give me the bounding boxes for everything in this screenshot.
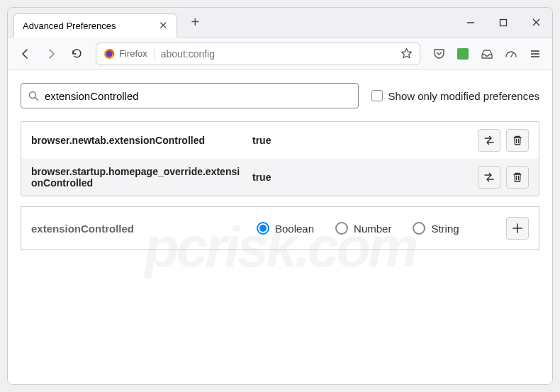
show-modified-checkbox[interactable]: Show only modified preferences <box>371 90 539 102</box>
pref-actions <box>478 166 529 189</box>
radio-icon <box>257 222 269 235</box>
identity-label: Firefox <box>119 48 147 59</box>
reload-button[interactable] <box>65 42 89 66</box>
trash-icon <box>512 135 523 146</box>
url-bar[interactable]: Firefox about:config <box>96 43 420 65</box>
pref-value: true <box>252 172 469 183</box>
add-button[interactable] <box>506 217 529 240</box>
page-content: pcrisk.com Show only modified preference… <box>8 70 552 384</box>
radio-icon <box>335 222 348 235</box>
extension-icon[interactable] <box>452 43 474 65</box>
search-icon <box>28 91 39 101</box>
firefox-icon <box>103 48 115 60</box>
toggle-button[interactable] <box>478 129 500 152</box>
inbox-icon[interactable] <box>476 43 498 65</box>
delete-button[interactable] <box>506 166 529 189</box>
pref-actions <box>478 129 529 152</box>
toggle-icon <box>483 134 495 147</box>
pref-row: browser.startup.homepage_override.extens… <box>21 159 539 196</box>
browser-tab[interactable]: Advanced Preferences ✕ <box>13 13 177 38</box>
svg-line-11 <box>35 97 38 100</box>
pref-value: true <box>252 135 469 146</box>
svg-rect-1 <box>500 19 507 26</box>
new-pref-row: extensionControlled Boolean Number Strin… <box>21 206 539 250</box>
nav-toolbar: Firefox about:config <box>8 38 552 70</box>
browser-window: Advanced Preferences ✕ + <box>7 7 553 385</box>
trash-icon <box>512 172 523 183</box>
maximize-button[interactable] <box>487 8 520 38</box>
dashboard-icon[interactable] <box>500 43 522 65</box>
close-window-button[interactable] <box>520 8 552 38</box>
bookmark-star-icon[interactable] <box>401 47 413 60</box>
toggle-button[interactable] <box>478 166 500 189</box>
plus-icon <box>512 223 523 234</box>
radio-label: String <box>431 223 459 235</box>
back-button[interactable] <box>13 42 38 66</box>
radio-boolean[interactable]: Boolean <box>257 222 314 235</box>
new-tab-button[interactable]: + <box>186 11 206 33</box>
search-box[interactable] <box>21 83 359 108</box>
delete-button[interactable] <box>506 129 529 152</box>
window-controls <box>454 8 552 38</box>
svg-line-6 <box>511 53 513 57</box>
forward-button[interactable] <box>39 42 63 66</box>
identity-box[interactable]: Firefox <box>103 48 155 60</box>
new-pref-name: extensionControlled <box>31 223 244 235</box>
tab-title: Advanced Preferences <box>23 21 116 31</box>
search-input[interactable] <box>45 90 351 102</box>
svg-point-5 <box>106 50 113 57</box>
pref-row: browser.newtab.extensionControlled true <box>21 122 539 159</box>
pref-name: browser.startup.homepage_override.extens… <box>31 166 244 189</box>
radio-label: Number <box>354 223 391 235</box>
radio-icon <box>413 222 425 235</box>
radio-string[interactable]: String <box>413 222 459 235</box>
preferences-table: browser.newtab.extensionControlled true … <box>21 121 539 196</box>
type-radios: Boolean Number String <box>257 222 493 235</box>
search-row: Show only modified preferences <box>21 83 539 108</box>
url-text: about:config <box>161 48 395 60</box>
checkbox-icon <box>371 90 383 101</box>
radio-label: Boolean <box>275 223 314 235</box>
pref-name: browser.newtab.extensionControlled <box>31 135 244 146</box>
toggle-icon <box>483 171 495 184</box>
radio-number[interactable]: Number <box>335 222 391 235</box>
menu-button[interactable] <box>524 43 547 65</box>
checkbox-text: Show only modified preferences <box>388 90 539 102</box>
titlebar: Advanced Preferences ✕ + <box>8 8 552 38</box>
close-tab-icon[interactable]: ✕ <box>159 19 168 32</box>
minimize-button[interactable] <box>454 8 487 38</box>
pocket-icon[interactable] <box>427 43 450 65</box>
